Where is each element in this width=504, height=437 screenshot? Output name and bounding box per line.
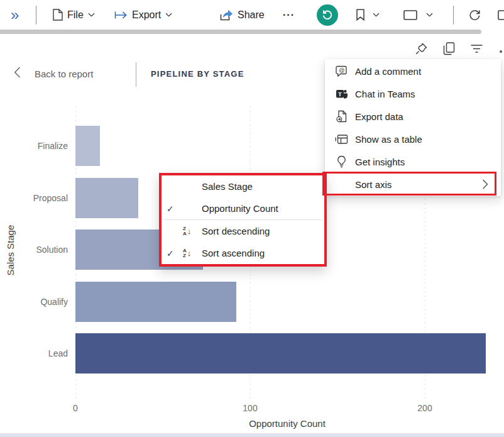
- bar-lead[interactable]: [75, 333, 486, 373]
- view-rectangle-icon: [403, 10, 417, 20]
- bookmark-icon: [356, 9, 365, 21]
- chevron-down-icon: [426, 13, 433, 17]
- export-arrow-icon: [114, 11, 128, 19]
- export-label: Export: [132, 9, 161, 21]
- share-icon: [219, 9, 233, 21]
- menu-item-label: Get insights: [355, 157, 405, 167]
- x-tick-label: 200: [417, 403, 432, 413]
- table-icon: [335, 134, 348, 145]
- bar-proposal[interactable]: [75, 178, 138, 218]
- visual-context-menu: @ Add a comment T Chat in Teams Export d…: [325, 59, 501, 196]
- category-label-qualify: Qualify: [0, 282, 68, 322]
- submenu-item-sort-descending[interactable]: ZA ↓ Sort descending: [162, 220, 324, 242]
- bar-qualify[interactable]: [75, 282, 236, 322]
- chevron-down-icon: [373, 13, 380, 17]
- menu-item-label: Chat in Teams: [355, 89, 415, 99]
- reset-icon: [317, 4, 338, 26]
- submenu-item-label: Opportunity Count: [202, 203, 278, 214]
- category-label-finalize: Finalize: [0, 126, 68, 166]
- more-options-button[interactable]: ···: [283, 0, 295, 30]
- menu-item-label: Sort axis: [355, 179, 392, 190]
- toolbar-divider: [453, 6, 454, 25]
- category-label-proposal: Proposal: [0, 178, 68, 218]
- powerbi-focus-mode-screen: » File Export Share: [0, 0, 504, 437]
- chevron-down-icon: [88, 13, 95, 17]
- submenu-chevron-right-icon: [482, 179, 493, 189]
- refresh-button[interactable]: [469, 0, 481, 30]
- reset-button[interactable]: [317, 0, 338, 30]
- submenu-item-sales-stage[interactable]: Sales Stage: [162, 175, 324, 197]
- category-labels: FinalizeProposalSolutionQualifyLead: [0, 107, 68, 401]
- file-page-icon: [53, 9, 63, 21]
- x-axis-title: Opportunity Count: [249, 418, 326, 429]
- x-tick-label: 100: [243, 403, 257, 413]
- file-menu-button[interactable]: File: [53, 0, 95, 30]
- view-button[interactable]: [403, 0, 433, 30]
- file-label: File: [67, 9, 84, 21]
- svg-text:T: T: [338, 90, 342, 97]
- teams-icon: T: [335, 88, 348, 100]
- menu-item-get-insights[interactable]: Get insights: [325, 150, 501, 173]
- x-tick-label: 0: [73, 403, 78, 413]
- share-button[interactable]: Share: [219, 0, 265, 30]
- export-menu-button[interactable]: Export: [114, 0, 172, 30]
- bookmark-button[interactable]: [356, 0, 380, 30]
- category-label-lead: Lead: [0, 333, 68, 373]
- lightbulb-icon: [335, 155, 348, 168]
- menu-item-add-comment[interactable]: @ Add a comment: [325, 60, 501, 82]
- comment-icon: @: [335, 65, 348, 77]
- refresh-icon: [469, 9, 481, 21]
- sort-axis-submenu: Sales Stage ✓ Opportunity Count ZA ↓ Sor…: [159, 173, 327, 267]
- clipped-toolbar-button[interactable]: [498, 0, 504, 30]
- bottom-edge-strip: [0, 433, 504, 437]
- menu-item-label: Add a comment: [355, 66, 421, 77]
- category-label-solution: Solution: [0, 230, 68, 270]
- menu-item-label: Show as a table: [355, 134, 422, 145]
- collapse-pane-button[interactable]: »: [11, 0, 19, 30]
- menu-item-sort-axis[interactable]: Sort axis: [325, 173, 501, 196]
- menu-item-label: Export data: [355, 111, 403, 122]
- more-icon: ···: [283, 9, 295, 21]
- sort-ascending-icon: AZ ↓: [183, 248, 202, 258]
- chevron-down-icon: [165, 13, 172, 17]
- submenu-item-label: Sort descending: [202, 226, 270, 236]
- bar-finalize[interactable]: [75, 126, 100, 166]
- submenu-item-label: Sales Stage: [202, 181, 253, 192]
- submenu-item-sort-ascending[interactable]: ✓ AZ ↓ Sort ascending: [162, 242, 324, 264]
- menu-item-export-data[interactable]: Export data: [325, 105, 501, 128]
- top-toolbar: » File Export Share: [0, 0, 504, 30]
- menu-item-chat-in-teams[interactable]: T Chat in Teams: [325, 82, 501, 105]
- window-icon: [498, 9, 504, 21]
- horizontal-scrollbar[interactable]: [0, 30, 481, 34]
- submenu-item-opportunity-count[interactable]: ✓ Opportunity Count: [162, 197, 324, 219]
- collapse-double-chevron-icon: »: [11, 8, 19, 23]
- submenu-item-label: Sort ascending: [202, 248, 265, 258]
- menu-item-show-as-table[interactable]: Show as a table: [325, 128, 501, 150]
- check-icon: ✓: [167, 204, 183, 214]
- check-icon: ✓: [167, 248, 183, 258]
- export-data-icon: [335, 110, 348, 123]
- svg-text:@: @: [339, 67, 344, 74]
- share-label: Share: [238, 9, 265, 21]
- sort-descending-icon: ZA ↓: [183, 226, 202, 236]
- toolbar-divider: [36, 6, 36, 25]
